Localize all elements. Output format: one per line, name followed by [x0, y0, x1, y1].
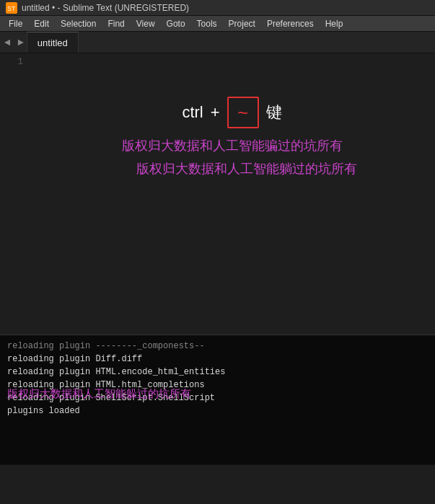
- menu-item-find[interactable]: Find: [102, 17, 130, 30]
- svg-text:ST: ST: [7, 5, 16, 12]
- ctrl-instruction: ctrl + ~ 键: [182, 97, 281, 128]
- watermark-1: 版权归大数据和人工智能骗过的坑所有: [122, 137, 343, 154]
- menu-item-file[interactable]: File: [3, 17, 28, 30]
- status-bar: [0, 464, 435, 480]
- watermark-console: 版权归大数据和人工智能躲过的坑所有: [7, 387, 191, 401]
- active-tab[interactable]: untitled: [27, 32, 79, 53]
- menu-bar: FileEditSelectionFindViewGotoToolsProjec…: [0, 16, 435, 32]
- editor-area: 1 ctrl + ~ 键 版权归大数据和人工智能骗过的坑所有 版权归大数据和人工…: [0, 53, 435, 335]
- menu-item-selection[interactable]: Selection: [55, 17, 102, 30]
- key-text: 键: [266, 102, 282, 123]
- ctrl-text: ctrl: [182, 103, 203, 122]
- tab-arrow-left[interactable]: ◄: [0, 37, 14, 48]
- console-line-1: reloading plugin Diff.diff: [7, 353, 428, 366]
- plus-text: +: [211, 103, 220, 122]
- line-numbers: 1: [0, 53, 29, 335]
- app-icon: ST: [6, 2, 17, 14]
- watermark-2: 版权归大数据和人工智能躺过的坑所有: [136, 160, 357, 177]
- menu-item-preferences[interactable]: Preferences: [261, 17, 320, 30]
- title-bar: ST untitled • - Sublime Text (UNREGISTER…: [0, 0, 435, 16]
- console-dashed-line: reloading plugin --------_componests--: [7, 340, 428, 353]
- console-area: reloading plugin --------_componests--re…: [0, 335, 435, 464]
- menu-item-goto[interactable]: Goto: [161, 17, 191, 30]
- line-number-1: 1: [0, 56, 23, 67]
- menu-item-help[interactable]: Help: [320, 17, 349, 30]
- console-line-2: reloading plugin HTML.encode_html_entiti…: [7, 366, 428, 379]
- menu-item-tools[interactable]: Tools: [191, 17, 223, 30]
- tilde-char: ~: [237, 102, 248, 124]
- overlay-area: ctrl + ~ 键 版权归大数据和人工智能骗过的坑所有 版权归大数据和人工智能…: [29, 97, 435, 177]
- title-bar-text: untitled • - Sublime Text (UNREGISTERED): [22, 3, 189, 13]
- menu-item-view[interactable]: View: [131, 17, 161, 30]
- console-line-5: plugins loaded: [7, 404, 428, 417]
- tab-arrow-right[interactable]: ►: [14, 37, 26, 48]
- tilde-box: ~: [227, 97, 259, 128]
- menu-item-edit[interactable]: Edit: [28, 17, 55, 30]
- tab-bar: ◄ ► untitled: [0, 32, 435, 53]
- menu-item-project[interactable]: Project: [223, 17, 261, 30]
- console-lines: reloading plugin --------_componests--re…: [7, 340, 428, 417]
- editor-content[interactable]: ctrl + ~ 键 版权归大数据和人工智能骗过的坑所有 版权归大数据和人工智能…: [29, 53, 435, 335]
